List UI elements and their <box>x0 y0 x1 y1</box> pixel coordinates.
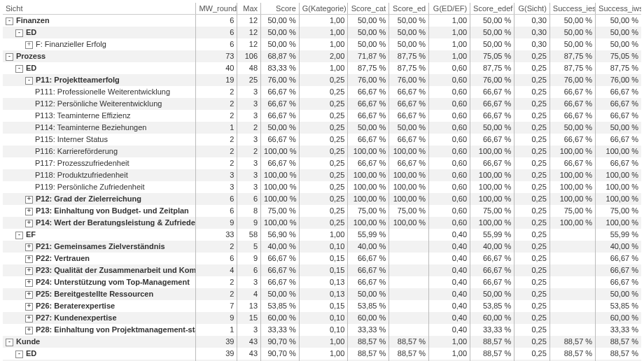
cell-sies <box>550 312 595 324</box>
cell-sed: 100,00 % <box>389 193 429 205</box>
cell-sies: 100,00 % <box>550 181 595 193</box>
table-row[interactable]: P117: Prozesszufriedenheit2366,67 %0,256… <box>3 157 641 169</box>
cell-sed <box>389 300 429 312</box>
table-row[interactable]: P113: Teaminterne Effizienz2366,67 %0,25… <box>3 110 641 122</box>
table-row[interactable]: -Kunde394390,70 %1,0088,57 %88,57 %1,008… <box>3 336 641 348</box>
cell-sed: 100,00 % <box>389 181 429 193</box>
report-table[interactable]: Sicht MW_round Max Score G(Kategorie) Sc… <box>3 3 641 361</box>
cell-sed: 100,00 % <box>389 217 429 229</box>
col-gs[interactable]: G(Sicht) <box>514 3 550 15</box>
cell-gs: 0,25 <box>514 300 550 312</box>
label-text: EF <box>26 230 36 239</box>
table-row[interactable]: -Finanzen61250,00 %1,0050,00 %50,00 %1,0… <box>3 15 641 27</box>
label-text: P115: Interner Status <box>35 135 108 143</box>
expand-icon[interactable]: + <box>25 279 33 287</box>
expand-icon[interactable]: + <box>25 243 33 251</box>
table-row[interactable]: -Prozess7310668,87 %2,0071,87 %87,75 %1,… <box>3 50 641 62</box>
expand-icon[interactable]: + <box>25 41 33 49</box>
cell-gs: 0,25 <box>514 253 550 264</box>
table-row[interactable]: -EF335856,90 %1,0055,99 %0,4055,99 %0,25… <box>3 229 641 241</box>
cell-mw: 6 <box>196 253 237 264</box>
expand-icon[interactable]: + <box>25 220 33 227</box>
expand-icon[interactable]: + <box>25 315 33 323</box>
cell-sedef: 100,00 % <box>470 169 514 181</box>
collapse-icon[interactable]: - <box>15 65 23 73</box>
table-row[interactable]: +P26: Beraterexpertise71353,85 %0,1553,8… <box>3 300 641 312</box>
cell-sedef: 66,67 % <box>470 264 514 276</box>
col-max[interactable]: Max <box>237 3 261 15</box>
row-label: -ED <box>3 348 196 360</box>
col-sicht[interactable]: Sicht <box>3 3 196 15</box>
table-row[interactable]: P112: Persönliche Weiterentwicklung2366,… <box>3 98 641 110</box>
cell-score: 83,33 % <box>261 62 300 74</box>
cell-scat: 53,85 % <box>348 300 389 312</box>
table-row[interactable]: -ED61250,00 %1,0050,00 %50,00 %1,0050,00… <box>3 27 641 38</box>
table-row[interactable]: +F: Finanzieller Erfolg61250,00 %1,0050,… <box>3 38 641 50</box>
row-label: -ED <box>3 27 196 38</box>
expand-icon[interactable]: + <box>25 267 33 275</box>
col-scat[interactable]: Score_cat <box>348 3 389 15</box>
cell-gs: 0,25 <box>514 62 550 74</box>
collapse-icon[interactable]: - <box>6 17 13 25</box>
table-row[interactable]: +P28: Einhaltung von Projektmanagement-s… <box>3 324 641 336</box>
table-row[interactable]: +P23: Qualität der Zusammenarbeit und Ko… <box>3 264 641 276</box>
label-text: P118: Produktzufriedenheit <box>35 171 128 179</box>
col-score[interactable]: Score <box>261 3 300 15</box>
expand-icon[interactable]: + <box>25 208 33 215</box>
cell-score: 100,00 % <box>261 169 300 181</box>
table-row[interactable]: P111: Professionelle Weiterentwicklung23… <box>3 86 641 98</box>
cell-gedef: 0,60 <box>429 205 470 217</box>
table-row[interactable]: -ED394390,70 %1,0088,57 %88,57 %1,0088,5… <box>3 348 641 360</box>
label-text: P28: Einhaltung von Projektmanagement-st… <box>36 325 196 334</box>
cell-scat: 50,00 % <box>348 288 389 300</box>
table-row[interactable]: +P21: Gemeinsames Zielverständnis2540,00… <box>3 241 641 253</box>
table-row[interactable]: P119: Persönliche Zufriedenheit33100,00 … <box>3 181 641 193</box>
collapse-icon[interactable]: - <box>15 232 23 239</box>
label-text: P111: Professionelle Weiterentwicklung <box>35 87 170 96</box>
cell-scat: 50,00 % <box>348 27 389 38</box>
collapse-icon[interactable]: - <box>6 339 13 346</box>
expand-icon[interactable]: + <box>25 291 33 299</box>
col-gkat[interactable]: G(Kategorie) <box>299 3 348 15</box>
table-row[interactable]: -ED404883,33 %1,0087,75 %87,75 %0,6087,7… <box>3 62 641 74</box>
cell-sed <box>389 288 429 300</box>
cell-gedef: 0,40 <box>429 264 470 276</box>
cell-sies: 66,67 % <box>550 134 595 146</box>
col-siws[interactable]: Success_iws <box>596 3 641 15</box>
table-row[interactable]: P118: Produktzufriedenheit33100,00 %0,25… <box>3 169 641 181</box>
row-label: P111: Professionelle Weiterentwicklung <box>3 86 196 98</box>
col-sies[interactable]: Success_ies <box>550 3 595 15</box>
collapse-icon[interactable]: - <box>6 53 13 61</box>
expand-icon[interactable]: + <box>25 196 33 204</box>
expand-icon[interactable]: + <box>25 327 33 334</box>
cell-mw: 2 <box>196 157 237 169</box>
col-mw[interactable]: MW_round <box>196 3 237 15</box>
table-row[interactable]: +P12: Grad der Zielerreichung66100,00 %0… <box>3 193 641 205</box>
collapse-icon[interactable]: - <box>15 351 23 358</box>
col-sedef[interactable]: Score_edef <box>470 3 514 15</box>
cell-sedef: 40,00 % <box>470 241 514 253</box>
collapse-icon[interactable]: - <box>25 77 33 85</box>
table-row[interactable]: +P22: Vertrauen6966,67 %0,1566,67 %0,406… <box>3 253 641 264</box>
cell-siws: 88,57 % <box>596 336 641 348</box>
table-row[interactable]: P115: Interner Status2366,67 %0,2566,67 … <box>3 134 641 146</box>
cell-max: 3 <box>237 324 261 336</box>
table-row[interactable]: P114: Teaminterne Beziehungen1250,00 %0,… <box>3 122 641 134</box>
col-gedef[interactable]: G(ED/EF) <box>429 3 470 15</box>
cell-sedef: 100,00 % <box>470 146 514 157</box>
cell-max: 5 <box>237 241 261 253</box>
table-row[interactable]: -P11: Projektteamerfolg192576,00 %0,2576… <box>3 74 641 86</box>
col-sed[interactable]: Score_ed <box>389 3 429 15</box>
cell-gedef: 0,60 <box>429 62 470 74</box>
table-row[interactable]: +P13: Einhaltung von Budget- und Zeitpla… <box>3 205 641 217</box>
table-row[interactable]: +P14: Wert der Beratungsleistung & Zufri… <box>3 217 641 229</box>
table-row[interactable]: +P25: Bereitgestellte Ressourcen2450,00 … <box>3 288 641 300</box>
collapse-icon[interactable]: - <box>15 29 23 37</box>
expand-icon[interactable]: + <box>25 303 33 311</box>
cell-mw: 6 <box>196 205 237 217</box>
table-row[interactable]: +P27: Kundenexpertise91560,00 %0,1060,00… <box>3 312 641 324</box>
expand-icon[interactable]: + <box>25 255 33 263</box>
table-row[interactable]: +P24: Unterstützung vom Top-Management23… <box>3 276 641 288</box>
cell-gedef: 0,60 <box>429 181 470 193</box>
table-row[interactable]: P116: Karriereförderung22100,00 %0,25100… <box>3 146 641 157</box>
